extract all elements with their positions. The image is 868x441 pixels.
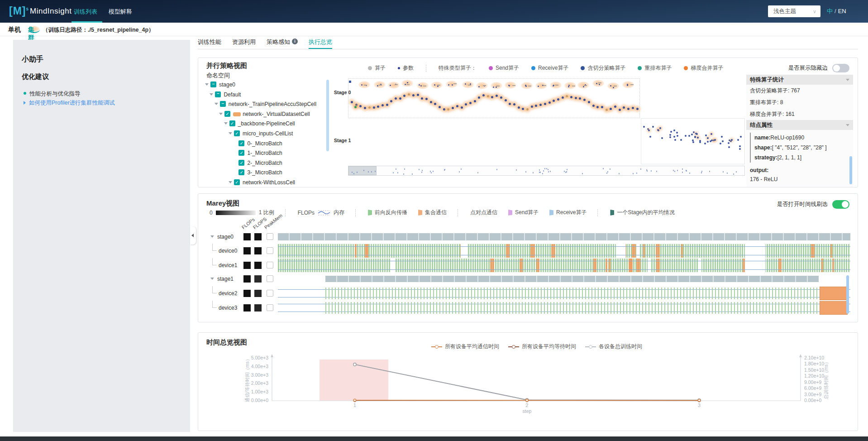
operator-cluster[interactable] bbox=[431, 81, 443, 89]
operator-dot[interactable] bbox=[505, 99, 507, 101]
row-label-device1[interactable]: device1 bbox=[219, 262, 237, 268]
operator-dot-stage1[interactable] bbox=[674, 139, 676, 141]
operator-dot[interactable] bbox=[575, 97, 577, 99]
row-label-stage1[interactable]: stage1 bbox=[217, 276, 234, 282]
operator-dot[interactable] bbox=[526, 108, 529, 110]
redistribution-dot[interactable] bbox=[354, 106, 357, 108]
tree-checkbox[interactable] bbox=[238, 160, 244, 166]
operator-dot[interactable] bbox=[632, 107, 634, 109]
timeline-brush-toggle[interactable] bbox=[832, 200, 849, 209]
operator-dot[interactable] bbox=[355, 104, 358, 106]
row-label-device0[interactable]: device0 bbox=[219, 248, 237, 254]
heat-square-FLOPs[interactable] bbox=[243, 233, 251, 240]
tree-checkbox[interactable] bbox=[234, 130, 240, 136]
operator-dot-stage1[interactable] bbox=[729, 139, 730, 141]
operator-dot[interactable] bbox=[531, 105, 533, 108]
node-attr-header[interactable]: 结点属性 bbox=[746, 120, 853, 130]
peakmem-checkbox[interactable] bbox=[267, 247, 273, 254]
row-expander-icon[interactable] bbox=[210, 235, 214, 238]
operator-dot[interactable] bbox=[496, 95, 498, 97]
tab-strategy-perception[interactable]: 策略感知i bbox=[267, 38, 298, 49]
tab-execution-overview[interactable]: 执行总览 bbox=[309, 38, 332, 49]
operator-dot[interactable] bbox=[619, 109, 621, 111]
tree-checkbox[interactable] bbox=[238, 169, 244, 175]
tree-checkbox[interactable] bbox=[238, 140, 244, 146]
heat-square-FLOPs[interactable] bbox=[243, 290, 251, 297]
tree-checkbox[interactable] bbox=[238, 150, 244, 156]
tree-expander-icon[interactable] bbox=[224, 122, 228, 125]
row-label-device3[interactable]: device3 bbox=[219, 305, 237, 311]
operator-dot-stage1[interactable] bbox=[659, 127, 661, 129]
operator-dot-stage1[interactable] bbox=[677, 135, 678, 137]
sidebar-collapse-handle[interactable] bbox=[190, 226, 196, 244]
operator-dot[interactable] bbox=[430, 101, 432, 103]
lang-en[interactable]: EN bbox=[838, 8, 846, 14]
heat-square-FLOPS[interactable] bbox=[254, 233, 262, 240]
operator-dot[interactable] bbox=[539, 104, 542, 106]
operator-dot-stage1[interactable] bbox=[704, 143, 706, 144]
tree-expander-icon[interactable] bbox=[229, 181, 232, 183]
operator-cluster[interactable] bbox=[491, 82, 502, 89]
peakmem-checkbox[interactable] bbox=[267, 304, 273, 311]
heat-square-FLOPS[interactable] bbox=[254, 304, 262, 312]
tree-checkbox[interactable] bbox=[224, 111, 230, 117]
marey-scrollbar[interactable] bbox=[846, 275, 849, 314]
operator-dot-stage1[interactable] bbox=[673, 129, 675, 131]
stats-scrollbar[interactable] bbox=[849, 156, 852, 184]
timeline-stage0[interactable] bbox=[278, 233, 850, 240]
operator-dot[interactable] bbox=[456, 105, 458, 107]
operator-dot[interactable] bbox=[351, 101, 353, 103]
tree-checkbox[interactable] bbox=[210, 81, 216, 87]
profiler-guide-link[interactable]: 如何使用Profiler进行集群性能调试 bbox=[24, 99, 115, 107]
operator-dot-stage1[interactable] bbox=[739, 148, 741, 150]
stats-header[interactable]: 特殊算子统计 bbox=[746, 75, 853, 85]
operator-dot[interactable] bbox=[443, 108, 445, 110]
row-label-device2[interactable]: device2 bbox=[219, 290, 237, 297]
operator-dot-stage1[interactable] bbox=[661, 137, 663, 139]
tab-single-machine[interactable]: 单机 bbox=[8, 26, 21, 34]
nav-tab-model-explanation[interactable]: 模型解释 bbox=[109, 8, 132, 16]
operator-dot-stage1[interactable] bbox=[669, 134, 671, 136]
operator-dot[interactable] bbox=[364, 107, 366, 109]
operator-dot[interactable] bbox=[562, 96, 564, 99]
operator-dot[interactable] bbox=[518, 106, 520, 109]
operator-dot-stage1[interactable] bbox=[699, 141, 701, 143]
operator-dot-stage1[interactable] bbox=[685, 135, 687, 137]
info-icon[interactable]: i bbox=[292, 38, 298, 44]
tree-expander-icon[interactable] bbox=[205, 83, 209, 86]
operator-dot[interactable] bbox=[465, 103, 467, 105]
graph-minimap[interactable] bbox=[348, 166, 745, 176]
operator-dot-stage1[interactable] bbox=[720, 143, 721, 144]
heat-square-FLOPs[interactable] bbox=[243, 247, 251, 254]
heat-square-FLOPs[interactable] bbox=[243, 275, 251, 283]
language-switcher[interactable]: 中/EN bbox=[827, 7, 846, 15]
tree-checkbox[interactable] bbox=[234, 179, 240, 185]
peakmem-checkbox[interactable] bbox=[267, 290, 273, 297]
operator-dot[interactable] bbox=[421, 97, 423, 100]
peakmem-checkbox[interactable] bbox=[267, 262, 273, 268]
timeline-device0[interactable] bbox=[278, 244, 850, 258]
operator-dot[interactable] bbox=[368, 106, 371, 109]
operator-cluster[interactable] bbox=[622, 81, 634, 88]
tab-training-performance[interactable]: 训练性能 bbox=[198, 38, 221, 49]
operator-dot[interactable] bbox=[425, 98, 428, 100]
tree-checkbox[interactable] bbox=[215, 91, 221, 97]
operator-cluster[interactable] bbox=[607, 82, 619, 90]
timeline-device2[interactable] bbox=[278, 287, 850, 300]
operator-dot-stage1[interactable] bbox=[680, 139, 682, 141]
operator-cluster[interactable] bbox=[550, 81, 562, 89]
operator-dot[interactable] bbox=[583, 99, 586, 101]
time-overview-chart[interactable]: 0.00e+01.00e+32.00e+33.00e+34.00e+35.00e… bbox=[198, 333, 858, 431]
operator-cluster[interactable] bbox=[505, 81, 516, 89]
operator-dot-stage1[interactable] bbox=[691, 134, 693, 135]
timeline-device3[interactable] bbox=[278, 301, 850, 315]
peakmem-checkbox[interactable] bbox=[267, 275, 273, 282]
operator-dot-stage1[interactable] bbox=[697, 137, 699, 139]
row-label-stage0[interactable]: stage0 bbox=[217, 234, 234, 240]
heat-square-FLOPS[interactable] bbox=[254, 262, 262, 269]
operator-dot-stage1[interactable] bbox=[739, 145, 741, 147]
operator-dot[interactable] bbox=[461, 106, 463, 109]
operator-cluster[interactable] bbox=[462, 81, 474, 88]
hidden-edge-toggle[interactable] bbox=[832, 64, 849, 72]
operator-dot[interactable] bbox=[386, 104, 388, 106]
